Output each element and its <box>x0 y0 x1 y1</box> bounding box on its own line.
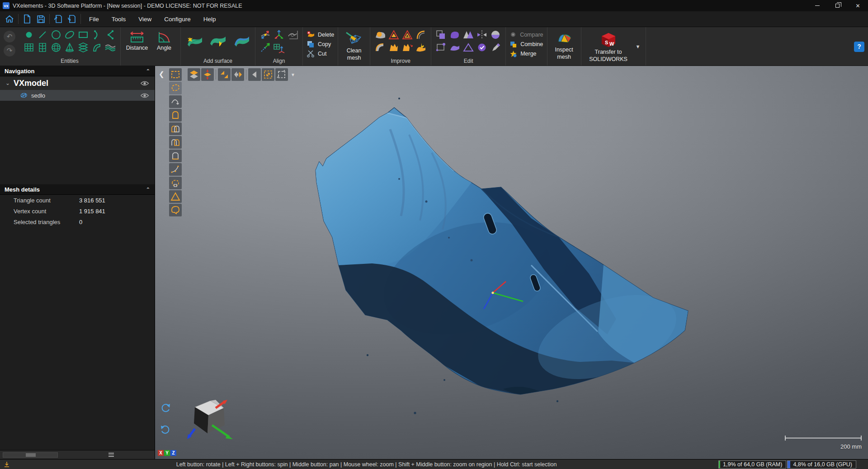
previous-selection-button[interactable] <box>248 68 261 81</box>
triad-align-button[interactable] <box>273 28 285 41</box>
sphere-button[interactable] <box>50 41 62 53</box>
home-button[interactable] <box>3 13 16 25</box>
angle-button[interactable]: Angle <box>151 28 177 65</box>
tree-item-sedlo[interactable]: sedlo <box>0 90 155 101</box>
combine-button[interactable]: Combine <box>509 40 543 48</box>
free-select-button[interactable] <box>169 82 182 94</box>
new-session-button[interactable] <box>20 13 34 25</box>
scrollbar-thumb[interactable] <box>26 453 36 457</box>
restore-button[interactable] <box>827 0 848 11</box>
pen-button[interactable] <box>489 41 502 53</box>
surface-frame-button[interactable] <box>286 28 299 41</box>
path-select-button[interactable] <box>169 95 182 108</box>
freeform-select-button[interactable] <box>169 204 182 216</box>
decimate-button[interactable] <box>387 41 400 53</box>
mesh-details-header[interactable]: Mesh details ⌃ <box>0 184 155 195</box>
through-selection-button[interactable] <box>201 68 214 81</box>
arc-button[interactable] <box>90 28 103 41</box>
rotate-cw-icon[interactable] <box>160 403 170 413</box>
triangle-outline-button[interactable] <box>462 41 475 53</box>
menu-tools[interactable]: Tools <box>105 11 132 27</box>
brush-d-button[interactable] <box>169 150 182 162</box>
backface-triangles-button[interactable] <box>218 68 231 81</box>
curves-button[interactable] <box>104 41 117 53</box>
visibility-eye-icon[interactable] <box>140 80 149 86</box>
shrink-selection-button[interactable] <box>275 68 288 81</box>
close-button[interactable]: ✕ <box>848 0 868 11</box>
defect-triangles-button[interactable] <box>387 28 400 41</box>
expand-chevron-icon[interactable]: ⌄ <box>5 80 10 86</box>
list-view-icon[interactable] <box>108 453 114 457</box>
brush-b-button[interactable] <box>169 122 182 135</box>
spline-select-button[interactable] <box>169 163 182 176</box>
smooth-curve-button[interactable] <box>415 28 427 41</box>
tree-item-vxmodel[interactable]: ⌄ VXmodel <box>0 76 155 90</box>
horizontal-scrollbar[interactable] <box>3 452 58 458</box>
visible-layers-button[interactable] <box>188 68 200 81</box>
sculpt-button[interactable] <box>415 41 427 53</box>
rectangle-button[interactable] <box>77 28 90 41</box>
view-cube[interactable] <box>169 397 236 447</box>
brush-a-button[interactable] <box>169 109 182 122</box>
circle-button[interactable] <box>50 28 62 41</box>
triangle-warning-button[interactable] <box>401 28 414 41</box>
translate-align-button[interactable] <box>259 41 272 53</box>
undo-button[interactable]: ↶ <box>4 31 15 42</box>
zoom-on-selection-button[interactable] <box>262 68 274 81</box>
distance-button[interactable]: Distance <box>124 28 150 65</box>
lasso-small-button[interactable] <box>169 177 182 189</box>
import-session-button[interactable] <box>52 13 65 25</box>
surface-patch-button[interactable] <box>448 41 461 53</box>
export-session-button[interactable] <box>65 13 79 25</box>
save-session-button[interactable] <box>34 13 47 25</box>
compare-button[interactable]: Compare <box>509 30 543 39</box>
collapse-chevron-icon[interactable]: ⌃ <box>146 68 150 74</box>
cut-button[interactable]: Cut <box>307 49 334 58</box>
mirror-button[interactable] <box>476 28 488 41</box>
rectangle-select-button[interactable] <box>169 68 182 81</box>
half-disc-button[interactable] <box>489 28 502 41</box>
brush-c-button[interactable] <box>169 136 182 149</box>
selection-options-dropdown[interactable]: ▼ <box>289 72 297 77</box>
auto-surface-button[interactable] <box>184 33 204 48</box>
cross-sections-button[interactable] <box>77 41 90 53</box>
boundary-button[interactable] <box>374 41 387 53</box>
flip-selection-button[interactable] <box>231 68 244 81</box>
viewport-3d[interactable]: ❮ <box>155 66 868 459</box>
triangle-pair-button[interactable] <box>462 28 475 41</box>
plane-align-button[interactable] <box>273 41 285 53</box>
refine-button[interactable] <box>401 41 414 53</box>
inspect-mesh-button[interactable]: Inspect mesh <box>550 28 578 61</box>
transfer-dropdown-button[interactable]: ▼ <box>634 43 642 50</box>
curved-surface-button[interactable] <box>90 41 103 53</box>
cone-button[interactable] <box>63 41 76 53</box>
line-button[interactable] <box>36 28 49 41</box>
menu-view[interactable]: View <box>132 11 158 27</box>
polyline-button[interactable] <box>104 28 117 41</box>
redo-button[interactable]: ↷ <box>4 45 15 56</box>
clean-mesh-button[interactable]: Clean mesh <box>341 28 367 61</box>
visibility-eye-icon[interactable] <box>140 93 149 98</box>
point-button[interactable] <box>23 28 35 41</box>
confirm-check-button[interactable] <box>476 41 488 53</box>
menu-help[interactable]: Help <box>197 11 222 27</box>
fill-hole-button[interactable] <box>374 28 387 41</box>
transfer-solidworks-button[interactable]: SW Transfer to SOLIDWORKS <box>585 30 632 63</box>
manual-surface-button[interactable] <box>208 33 228 48</box>
triangle-select-button[interactable] <box>169 190 182 203</box>
solid-blob-button[interactable] <box>448 28 461 41</box>
duplicate-button[interactable] <box>435 28 448 41</box>
plane-button[interactable] <box>23 41 35 53</box>
best-fit-button[interactable] <box>259 28 272 41</box>
help-button[interactable]: ? <box>854 42 864 52</box>
vertex-edit-button[interactable] <box>435 41 448 53</box>
collapse-chevron-icon[interactable]: ⌃ <box>146 187 150 192</box>
delete-button[interactable]: Delete <box>307 30 334 39</box>
navigation-header[interactable]: Navigation ⌃ <box>0 66 155 76</box>
ellipse-button[interactable] <box>63 28 76 41</box>
merge-button[interactable]: Merge <box>509 49 543 58</box>
menu-file[interactable]: File <box>83 11 105 27</box>
minimize-button[interactable] <box>807 0 827 11</box>
cylinder-button[interactable] <box>36 41 49 53</box>
fit-surface-button[interactable] <box>231 33 251 48</box>
